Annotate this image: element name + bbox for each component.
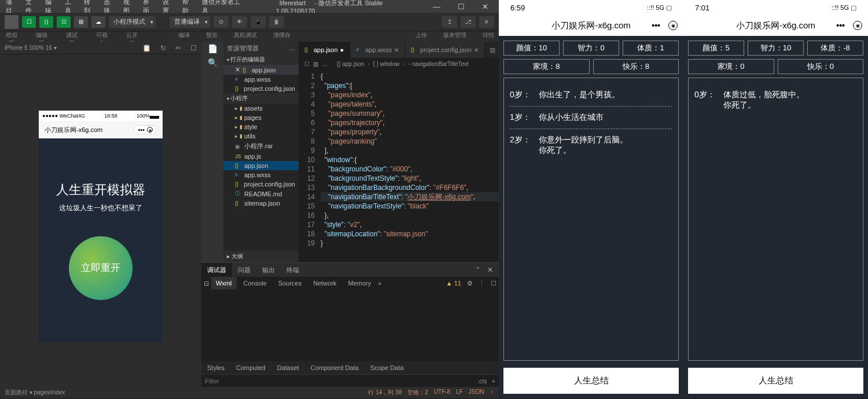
devtools-subtab[interactable]: Sources — [274, 277, 306, 290]
devtools-subtab[interactable]: Console — [239, 277, 271, 290]
encoding[interactable]: UTF-8 — [434, 389, 450, 397]
editor-button[interactable]: ⟨⟩ — [39, 16, 53, 28]
visualizer-button[interactable]: ⊞ — [74, 16, 88, 28]
search-icon[interactable]: 🔍 — [208, 58, 218, 67]
menu-icon[interactable]: ••• — [836, 21, 845, 30]
details-button[interactable]: ≡ — [479, 16, 494, 28]
open-editors-section[interactable]: 打开的编辑器 — [223, 54, 299, 65]
target-icon[interactable]: ◉ — [853, 21, 862, 30]
time: 6:59 — [510, 3, 525, 12]
debugger-button[interactable]: ☷ — [57, 16, 71, 28]
version-button[interactable]: ⎇ — [461, 16, 476, 28]
sim-icon[interactable]: ☐ — [190, 44, 197, 52]
app-subtitle: 这垃圾人生一秒也不想呆了 — [59, 203, 142, 213]
tab[interactable]: {}app.json● — [299, 42, 350, 58]
phone-simulator: ●●●●● WeChat4G 18:58 100% ▬ 小刀娱乐网-x6g.co… — [39, 111, 163, 342]
scope-data-tab[interactable]: Scope Data — [365, 364, 409, 371]
devtools-tab[interactable]: 终端 — [281, 263, 305, 277]
file-item[interactable]: {}project.config.json — [223, 84, 299, 93]
inspect-icon[interactable]: ⊡ — [204, 280, 209, 287]
stat-body: 体质：-8 — [807, 41, 863, 56]
sim-icon[interactable]: ✂ — [175, 44, 181, 52]
tab[interactable]: {}project.config.json✕ — [405, 42, 485, 58]
file-item[interactable]: ✕{}app.json — [223, 65, 299, 75]
menu-icon[interactable]: ••• — [652, 21, 660, 30]
devtools-tab[interactable]: 输出 — [256, 263, 281, 277]
stat-family: 家境：8 — [503, 59, 590, 74]
nav-title: 小刀娱乐网-x6g.com — [45, 126, 102, 134]
dock-icon[interactable]: ☐ — [491, 280, 496, 287]
sim-icon[interactable]: 📋 — [142, 44, 151, 52]
file-item[interactable]: {}app.json — [223, 161, 299, 170]
clear-cache-button[interactable]: 🗑 — [269, 16, 284, 28]
devtools-tab[interactable]: 问题 — [232, 263, 256, 277]
project-section[interactable]: 小程序 — [223, 93, 299, 104]
file-item[interactable]: {}sitemap.json — [223, 199, 299, 208]
eol[interactable]: LF — [456, 389, 463, 397]
more-icon[interactable]: … — [289, 45, 295, 52]
breadcrumb[interactable]: ☐▥… {} app.json› { } window› ▫ navigatio… — [299, 58, 499, 69]
file-item[interactable]: ⓘREADME.md — [223, 189, 299, 199]
warn-badge[interactable]: ▲ 11 — [446, 280, 461, 287]
avatar[interactable] — [5, 15, 19, 29]
maximize-button[interactable]: ☐ — [454, 2, 468, 11]
add-icon[interactable]: + — [492, 378, 495, 385]
close-button[interactable]: ✕ — [479, 2, 492, 11]
tab[interactable]: #app.wxss✕ — [350, 42, 405, 58]
label: 调试器 — [65, 31, 79, 42]
label: 真机调试 — [234, 31, 257, 42]
minimize-button[interactable]: — — [429, 2, 444, 11]
file-item[interactable]: ▣小程序.rar — [223, 141, 299, 152]
code-editor[interactable]: 12345678910111213141516171819 { "pages":… — [299, 69, 499, 262]
folder-item[interactable]: ▸ ▮style — [223, 122, 299, 131]
cls-toggle[interactable]: .cls — [477, 378, 487, 385]
computed-tab[interactable]: Computed — [230, 364, 271, 371]
cursor-pos[interactable]: 行 14，列 38 — [368, 389, 402, 397]
compile-select[interactable]: 普通编译 — [170, 16, 210, 28]
more-icon[interactable]: ⋮ — [479, 280, 485, 287]
component-data-tab[interactable]: Component Data — [305, 364, 365, 371]
target-icon[interactable]: ◉ — [668, 21, 678, 30]
styles-tab[interactable]: Styles — [201, 364, 230, 371]
folder-item[interactable]: ▸ ▮pages — [223, 113, 299, 122]
devtools-subtab[interactable]: Network — [308, 277, 341, 290]
real-debug-button[interactable]: 📱 — [251, 16, 266, 28]
simulator-button[interactable]: ☐ — [22, 16, 36, 28]
capsule[interactable]: •••◉ — [134, 125, 157, 134]
file-item[interactable]: JSapp.js — [223, 152, 299, 161]
devtools-tab[interactable]: 调试器 — [201, 263, 232, 277]
app-title: 人生重开模拟器 — [56, 181, 145, 199]
split-icon[interactable]: ▥ — [490, 46, 495, 54]
outline-section[interactable]: ▸ 大纲 — [223, 251, 299, 262]
files-icon[interactable]: 📄 — [208, 44, 218, 53]
restart-button[interactable]: 立即重开 — [69, 236, 133, 300]
lang[interactable]: JSON — [469, 389, 484, 397]
filter-input[interactable] — [205, 378, 477, 385]
indent[interactable]: 空格：2 — [407, 389, 428, 397]
upload-button[interactable]: ↥ — [442, 16, 457, 28]
gear-icon[interactable]: ⚙ — [467, 280, 473, 287]
mode-select[interactable]: 小程序模式 — [109, 16, 156, 28]
feedback-icon[interactable]: ♀ — [490, 389, 495, 397]
dataset-tab[interactable]: Dataset — [271, 364, 305, 371]
explorer: 资源管理器… 打开的编辑器 ✕{}app.json #app.wxss {}pr… — [223, 42, 299, 262]
summary-button[interactable]: 人生总结 — [688, 368, 863, 394]
devtools-subtab[interactable]: Wxml — [211, 277, 237, 290]
folder-item[interactable]: ▸ ▮assets — [223, 104, 299, 113]
chevron-icon[interactable]: ⌃ — [475, 266, 480, 274]
devtools-subtab[interactable]: Memory — [344, 277, 376, 290]
cloud-button[interactable]: ☁ — [91, 16, 105, 28]
device-select[interactable]: iPhone 5 100% 16 ▾ — [5, 45, 57, 51]
mobile-screenshot-1: 6:59::!! 5G ▢ 小刀娱乐网-x6g.com•••◉ 颜值：10 智力… — [499, 0, 683, 398]
file-item[interactable]: #app.wxss — [223, 75, 299, 84]
compile-button[interactable]: ⊙ — [214, 16, 229, 28]
file-item[interactable]: #app.wxss — [223, 170, 299, 180]
preview-button[interactable]: 👁 — [232, 16, 247, 28]
file-item[interactable]: {}project.config.json — [223, 180, 299, 189]
summary-button[interactable]: 人生总结 — [503, 368, 679, 394]
close-icon[interactable]: ✕ — [487, 266, 493, 274]
menubar: 项目 文件 编辑 工具 转到 选择 视图 界面 设置 帮助 微信开发者工具 li… — [0, 0, 499, 13]
folder-item[interactable]: ▸ ▮utils — [223, 131, 299, 141]
label: 编辑器 — [35, 31, 49, 42]
sim-icon[interactable]: ↻ — [160, 44, 166, 52]
